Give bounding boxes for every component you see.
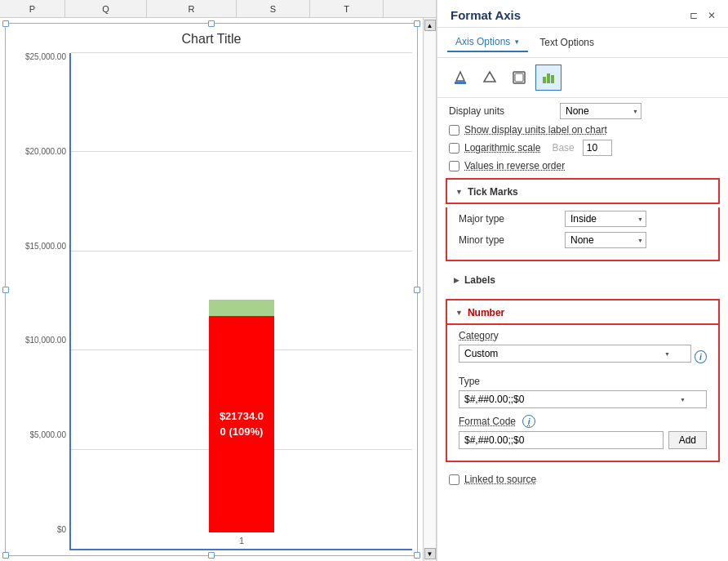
number-title: Number bbox=[468, 307, 504, 318]
panel-close-btn[interactable]: ✕ bbox=[705, 9, 718, 22]
minor-type-select[interactable]: None Inside Outside Cross bbox=[565, 232, 646, 248]
y-label-0: $0 bbox=[57, 526, 66, 534]
svg-rect-7 bbox=[551, 75, 554, 83]
bar-green bbox=[209, 300, 274, 316]
bar-red: $21734.00 (109%) bbox=[209, 316, 274, 532]
format-panel: Format Axis ⊏ ✕ Axis Options ▼ Text Opti… bbox=[437, 0, 728, 561]
format-code-input-row: Add bbox=[459, 431, 707, 449]
base-input[interactable] bbox=[583, 140, 612, 156]
chart-inner: Chart Title $25,000.00 $20,000.00 $15,00… bbox=[11, 29, 412, 550]
labels-section-header[interactable]: ▶ Labels bbox=[446, 268, 720, 292]
log-scale-label[interactable]: Logarithmic scale bbox=[464, 142, 540, 154]
tab-icons bbox=[437, 58, 728, 98]
tab-axis-options-label: Axis Options bbox=[455, 36, 510, 47]
major-type-select[interactable]: Inside Outside Cross None bbox=[565, 211, 646, 227]
minor-type-label: Minor type bbox=[459, 234, 565, 246]
fill-icon-btn[interactable] bbox=[447, 65, 473, 91]
y-label-5k: $5,000.00 bbox=[30, 431, 67, 439]
type-label: Type bbox=[459, 376, 707, 387]
col-header-p[interactable]: P bbox=[0, 0, 65, 17]
reverse-order-checkbox[interactable] bbox=[449, 161, 459, 171]
log-scale-checkbox[interactable] bbox=[449, 143, 459, 154]
chart-border[interactable]: Chart Title $25,000.00 $20,000.00 $15,00… bbox=[5, 23, 418, 556]
format-code-label: Format Code i bbox=[459, 415, 535, 428]
col-header-s[interactable]: S bbox=[237, 0, 310, 17]
format-code-row: Format Code i bbox=[459, 415, 707, 428]
number-triangle: ▼ bbox=[455, 309, 463, 317]
panel-title: Format Axis bbox=[451, 8, 521, 22]
svg-marker-2 bbox=[484, 72, 495, 82]
tab-axis-dropdown-icon: ▼ bbox=[513, 38, 520, 46]
panel-controls: ⊏ ✕ bbox=[687, 9, 718, 22]
linked-checkbox[interactable] bbox=[449, 474, 459, 485]
handle-tr[interactable] bbox=[414, 20, 420, 27]
linked-label[interactable]: Linked to source bbox=[464, 474, 536, 485]
effects-icon bbox=[512, 70, 526, 85]
handle-bl[interactable] bbox=[2, 552, 9, 559]
tick-marks-title: Tick Marks bbox=[468, 186, 518, 198]
tick-marks-section-header[interactable]: ▼ Tick Marks bbox=[446, 178, 720, 204]
category-info-icon[interactable]: i bbox=[695, 350, 707, 363]
handle-tl[interactable] bbox=[2, 20, 9, 27]
display-units-select[interactable]: None Hundreds Thousands Millions bbox=[560, 103, 641, 119]
minor-type-row: Minor type None Inside Outside Cross bbox=[459, 232, 707, 248]
panel-tabs: Axis Options ▼ Text Options bbox=[437, 28, 728, 58]
handle-mr[interactable] bbox=[414, 287, 420, 293]
panel-header: Format Axis ⊏ ✕ bbox=[437, 0, 728, 28]
chart-plot-area: $25,000.00 $20,000.00 $15,000.00 $10,000… bbox=[11, 53, 412, 550]
y-label-20k: $20,000.00 bbox=[25, 148, 66, 156]
type-select[interactable]: $#,##0.00;;$0 bbox=[459, 390, 707, 408]
y-label-25k: $25,000.00 bbox=[25, 53, 66, 61]
col-header-r[interactable]: R bbox=[147, 0, 237, 17]
svg-rect-1 bbox=[455, 82, 466, 84]
col-header-q[interactable]: Q bbox=[65, 0, 147, 17]
handle-bc[interactable] bbox=[208, 552, 215, 559]
major-type-select-wrapper: Inside Outside Cross None bbox=[565, 211, 646, 227]
gridline-25k bbox=[71, 52, 412, 53]
minor-type-select-wrapper: None Inside Outside Cross bbox=[565, 232, 646, 248]
tab-axis-options[interactable]: Axis Options ▼ bbox=[447, 33, 528, 52]
handle-br[interactable] bbox=[414, 552, 420, 559]
display-units-row: Display units None Hundreds Thousands Mi… bbox=[437, 98, 728, 124]
panel-body[interactable]: Display units None Hundreds Thousands Mi… bbox=[437, 98, 728, 561]
number-section-content: Category Custom General Number Currency … bbox=[446, 325, 720, 462]
fill-icon bbox=[453, 70, 468, 85]
major-type-row: Major type Inside Outside Cross None bbox=[459, 211, 707, 227]
col-header-t[interactable]: T bbox=[310, 0, 384, 17]
bar-group: $21734.00 (109%) bbox=[209, 300, 274, 532]
add-button[interactable]: Add bbox=[668, 431, 707, 449]
tab-text-options-label: Text Options bbox=[539, 37, 594, 48]
handle-tc[interactable] bbox=[208, 20, 215, 27]
svg-rect-6 bbox=[547, 73, 550, 83]
svg-rect-4 bbox=[515, 73, 523, 82]
col-headers: P Q R S T bbox=[0, 0, 436, 18]
category-label: Category bbox=[459, 330, 707, 341]
show-units-row: Show display units label on chart bbox=[437, 124, 728, 136]
svg-marker-0 bbox=[456, 72, 464, 81]
effects-icon-btn[interactable] bbox=[506, 65, 532, 91]
scroll-up-btn[interactable]: ▲ bbox=[424, 20, 436, 31]
panel-pin-btn[interactable]: ⊏ bbox=[687, 9, 700, 22]
border-icon-btn[interactable] bbox=[477, 65, 503, 91]
gridline-15k bbox=[71, 251, 412, 252]
gridline-20k bbox=[71, 151, 412, 152]
bar-chart-icon-btn[interactable] bbox=[535, 65, 562, 91]
scroll-down-btn[interactable]: ▼ bbox=[424, 548, 436, 559]
format-code-info-icon[interactable]: i bbox=[522, 415, 535, 428]
number-section-header[interactable]: ▼ Number bbox=[446, 299, 720, 325]
reverse-order-label[interactable]: Values in reverse order bbox=[464, 160, 565, 171]
handle-ml[interactable] bbox=[2, 287, 9, 293]
scroll-track[interactable] bbox=[424, 31, 436, 548]
show-units-label[interactable]: Show display units label on chart bbox=[464, 124, 607, 136]
display-units-label: Display units bbox=[449, 105, 555, 117]
v-scrollbar[interactable]: ▲ ▼ bbox=[423, 18, 436, 561]
show-units-checkbox[interactable] bbox=[449, 125, 459, 136]
category-select[interactable]: Custom General Number Currency Accountin… bbox=[459, 345, 691, 363]
tab-text-options[interactable]: Text Options bbox=[531, 33, 602, 51]
y-axis-labels: $25,000.00 $20,000.00 $15,000.00 $10,000… bbox=[11, 53, 69, 550]
format-code-input[interactable] bbox=[459, 431, 664, 449]
bar-label: $21734.00 (109%) bbox=[220, 409, 264, 439]
linked-row: Linked to source bbox=[437, 469, 728, 490]
reverse-order-row: Values in reverse order bbox=[437, 160, 728, 171]
sheet-body: Chart Title $25,000.00 $20,000.00 $15,00… bbox=[0, 18, 436, 561]
